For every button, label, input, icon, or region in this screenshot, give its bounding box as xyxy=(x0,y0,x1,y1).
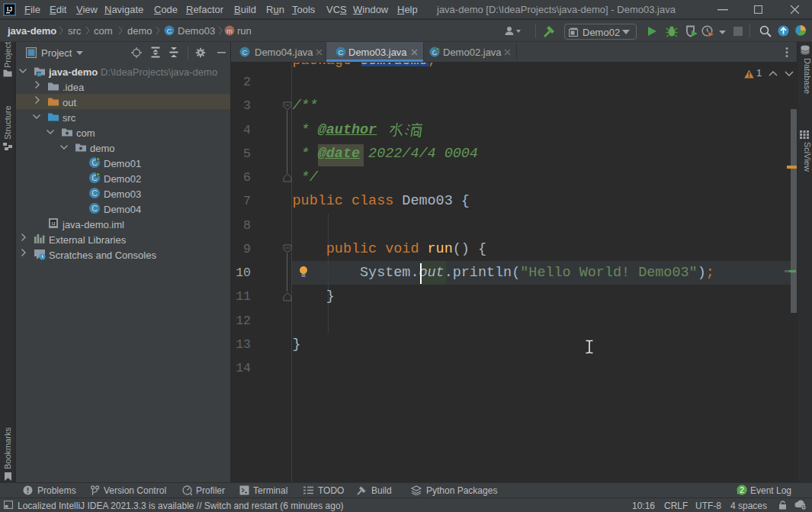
svg-text:C: C xyxy=(167,27,172,35)
svg-text:C: C xyxy=(91,204,98,213)
svg-text:IJ: IJ xyxy=(7,5,13,13)
svg-text:C: C xyxy=(91,188,98,198)
svg-text:C: C xyxy=(339,48,344,56)
svg-text:C: C xyxy=(242,48,248,56)
svg-text:2: 2 xyxy=(740,486,744,494)
svg-text:m: m xyxy=(226,27,233,35)
svg-text:IJ: IJ xyxy=(52,221,56,226)
